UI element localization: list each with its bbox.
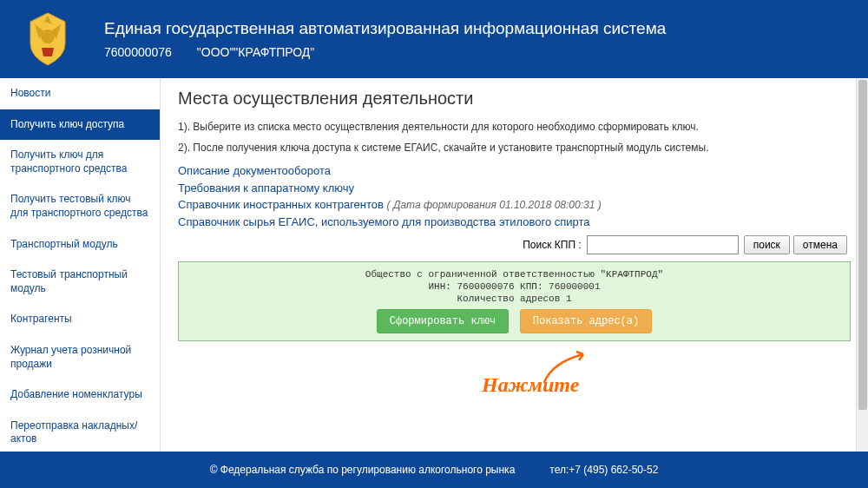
footer-copyright: © Федеральная служба по регулированию ал… (210, 464, 516, 476)
link-raw-materials[interactable]: Справочник сырья ЕГАИС, используемого дл… (178, 214, 851, 231)
link-date-note: ( Дата формирования 01.10.2018 08:00:31 … (387, 199, 602, 211)
search-label: Поиск КПП : (523, 239, 582, 251)
nav-resend-invoices[interactable]: Переотправка накладных/актов (0, 411, 160, 455)
nav-get-access-key[interactable]: Получить ключ доступа (0, 109, 160, 141)
record-address-count: Количество адресов 1 (186, 293, 843, 304)
instruction-2: 2). После получения ключа доступа к сист… (178, 142, 851, 154)
nav-transport-module[interactable]: Транспортный модуль (0, 229, 160, 260)
nav-retail-journal[interactable]: Журнал учета розничной продажи (0, 335, 160, 379)
link-hardware-key-req[interactable]: Требования к аппаратному ключу (178, 180, 851, 197)
record-inn-kpp: ИНН: 7600000076 КПП: 760000001 (186, 281, 843, 292)
content: Места осуществления деятельности 1). Выб… (161, 78, 868, 452)
search-row: Поиск КПП : поиск отмена (178, 235, 851, 254)
kpp-search-input[interactable] (587, 235, 739, 254)
scrollbar[interactable] (856, 78, 868, 452)
nav-get-test-vehicle-key[interactable]: Получить тестовый ключ для транспортного… (0, 184, 160, 228)
generate-key-button[interactable]: Сформировать ключ (377, 309, 509, 333)
org-name: "ООО""КРАФТПРОД" (197, 45, 315, 59)
org-code: 7600000076 (104, 45, 172, 59)
nav-add-nomenclature[interactable]: Добавление номенклатуры (0, 379, 160, 411)
search-button[interactable]: поиск (744, 235, 790, 254)
record-org-name: Общество с ограниченной ответственностью… (186, 269, 843, 280)
footer: © Федеральная служба по регулированию ал… (0, 452, 868, 488)
nav-get-vehicle-key[interactable]: Получить ключ для транспортного средства (0, 140, 160, 184)
show-addresses-button[interactable]: Показать адрес(а) (520, 309, 652, 333)
annotation-label: Нажмите (482, 373, 579, 397)
svg-point-0 (41, 30, 55, 43)
footer-phone: тел:+7 (495) 662-50-52 (549, 464, 658, 476)
page-title: Места осуществления деятельности (178, 89, 851, 109)
organization-record: Общество с ограниченной ответственностью… (178, 261, 851, 341)
cancel-button[interactable]: отмена (793, 235, 847, 254)
link-foreign-counterparties[interactable]: Справочник иностранных контрагентов (178, 198, 384, 211)
scroll-thumb[interactable] (858, 80, 867, 410)
nav-news[interactable]: Новости (0, 78, 160, 109)
header: Единая государственная автоматизированна… (0, 0, 868, 78)
link-doc-workflow[interactable]: Описание документооборота (178, 162, 851, 180)
app-title: Единая государственная автоматизированна… (104, 19, 666, 38)
nav-test-transport-module[interactable]: Тестовый транспортный модуль (0, 260, 160, 304)
instruction-1: 1). Выберите из списка место осуществлен… (178, 121, 851, 133)
emblem-logo (17, 9, 78, 69)
sidebar: Новости Получить ключ доступа Получить к… (0, 78, 161, 452)
nav-counterparties[interactable]: Контрагенты (0, 304, 160, 335)
annotation-arrow-icon (536, 349, 596, 384)
